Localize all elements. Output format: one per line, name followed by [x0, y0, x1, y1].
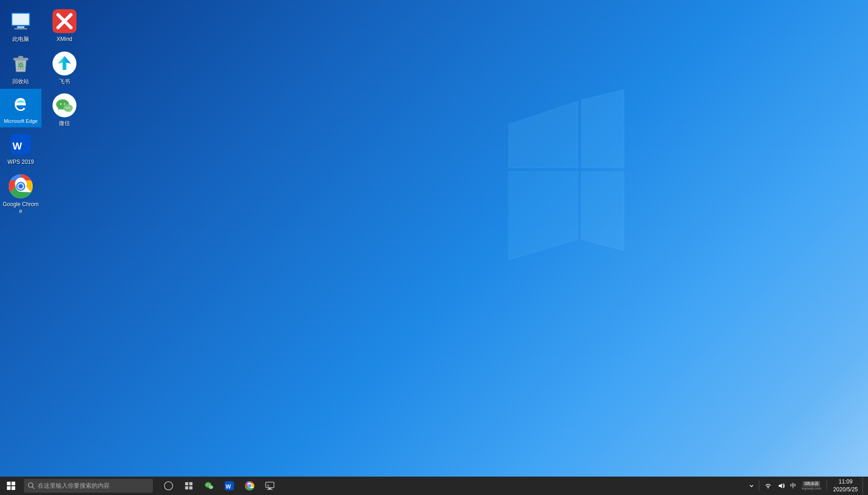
svg-rect-28	[7, 482, 11, 485]
clock-display[interactable]: 11:09 2020/5/25	[830, 477, 862, 495]
edge-icon	[9, 92, 33, 118]
start-button[interactable]	[0, 477, 22, 495]
tray-divider	[759, 480, 759, 491]
svg-text:♻: ♻	[18, 62, 24, 69]
chrome-icon	[8, 173, 34, 199]
svg-rect-29	[12, 482, 15, 485]
wechat-label: 微信	[59, 120, 70, 127]
svg-rect-52	[268, 488, 271, 489]
svg-rect-3	[14, 28, 27, 29]
wps-icon: W	[8, 131, 34, 157]
svg-point-44	[211, 487, 212, 488]
feishu-icon	[52, 51, 77, 76]
router-site: luyouqi.com	[802, 487, 821, 491]
svg-point-26	[66, 107, 67, 108]
svg-point-42	[209, 484, 210, 485]
recycle-bin-label: 回收站	[12, 78, 29, 86]
desktop-icon-feishu[interactable]: 飞书	[44, 47, 85, 89]
router-icon-button[interactable]: 3路由器 luyouqi.com	[799, 479, 824, 493]
svg-rect-30	[7, 486, 11, 490]
svg-point-55	[768, 487, 769, 488]
taskbar-chrome-button[interactable]	[239, 477, 260, 495]
svg-text:I|: I|	[267, 483, 269, 488]
desktop-icon-google-chrome[interactable]: Google Chrome	[0, 170, 41, 219]
svg-rect-1	[12, 14, 29, 25]
taskbar-remote-button[interactable]: I|	[260, 477, 280, 495]
svg-point-27	[69, 107, 70, 108]
search-placeholder: 在这里输入你要搜索的内容	[38, 482, 110, 490]
desktop-icon-microsoft-edge[interactable]: Microsoft Edge	[0, 89, 41, 127]
desktop-icon-xmind[interactable]: XMind	[44, 5, 85, 47]
volume-icon-button[interactable]	[775, 480, 787, 491]
tray-chevron-button[interactable]	[747, 482, 756, 490]
svg-point-40	[209, 485, 213, 489]
taskbar-pinned-icons: W I|	[158, 477, 280, 495]
svg-rect-2	[17, 26, 24, 28]
this-pc-label: 此电脑	[12, 36, 29, 43]
svg-rect-53	[267, 489, 273, 490]
tray-divider2	[827, 480, 827, 491]
edge-label: Microsoft Edge	[4, 118, 37, 124]
cortana-button[interactable]	[158, 477, 179, 495]
wechat-icon	[52, 92, 77, 118]
xmind-label: XMind	[57, 36, 72, 43]
svg-point-25	[64, 104, 65, 105]
desktop-icon-recycle-bin[interactable]: ♻ 回收站	[0, 47, 41, 89]
svg-rect-31	[12, 486, 15, 490]
feishu-label: 飞书	[59, 78, 70, 86]
desktop: 此电脑 ♻ 回收站	[0, 0, 868, 477]
clock-date: 2020/5/25	[833, 486, 858, 494]
language-label: 中	[790, 482, 796, 490]
svg-point-43	[210, 487, 211, 488]
wps-label: WPS 2019	[7, 159, 34, 166]
svg-point-34	[164, 482, 173, 490]
language-indicator[interactable]: 中	[788, 480, 798, 492]
svg-rect-38	[189, 486, 192, 489]
router-label: 3路由器	[804, 481, 819, 486]
taskbar-wps-button[interactable]: W	[219, 477, 239, 495]
svg-point-24	[60, 104, 62, 105]
svg-point-23	[64, 104, 73, 112]
recycle-bin-icon: ♻	[8, 51, 34, 76]
desktop-icon-this-pc[interactable]: 此电脑	[0, 5, 41, 47]
desktop-icon-wps[interactable]: W WPS 2019	[0, 127, 41, 170]
task-view-button[interactable]	[179, 477, 199, 495]
svg-rect-36	[189, 482, 192, 485]
svg-rect-37	[185, 486, 188, 489]
svg-point-50	[249, 485, 250, 487]
xmind-icon	[52, 8, 77, 34]
svg-text:W: W	[12, 140, 22, 152]
desktop-icons-col2: XMind 飞书	[44, 5, 85, 131]
svg-line-33	[33, 487, 35, 489]
desktop-icon-wechat[interactable]: 微信	[44, 89, 85, 131]
svg-point-16	[18, 184, 23, 189]
svg-rect-5	[18, 56, 23, 58]
this-pc-icon	[8, 8, 34, 34]
network-icon-button[interactable]	[762, 480, 774, 491]
desktop-icons-col1: 此电脑 ♻ 回收站	[0, 5, 41, 219]
clock-time: 11:09	[839, 478, 852, 486]
search-icon	[28, 482, 35, 489]
svg-text:W: W	[226, 483, 231, 490]
taskbar-wechat-button[interactable]	[199, 477, 219, 495]
chrome-label: Google Chrome	[2, 201, 40, 215]
taskbar-search[interactable]: 在这里输入你要搜索的内容	[24, 479, 153, 493]
svg-point-41	[207, 484, 208, 485]
svg-rect-35	[185, 482, 188, 485]
taskbar-tray: 中 3路由器 luyouqi.com 11:09 2020/5/25	[747, 477, 868, 495]
taskbar: 在这里输入你要搜索的内容	[0, 477, 868, 495]
windows-logo-watermark	[481, 83, 629, 267]
show-desktop-button[interactable]	[862, 477, 865, 495]
